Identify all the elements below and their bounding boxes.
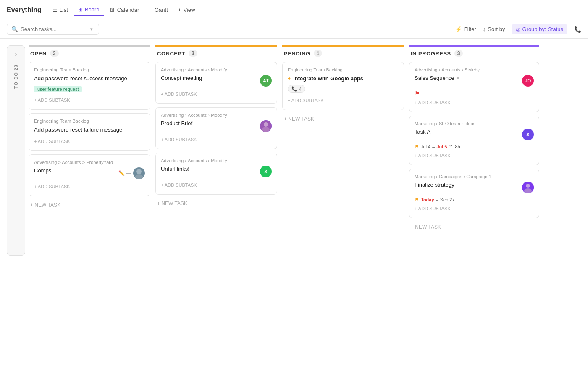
column-body-open: Engineering Team Backlog Add password re…	[29, 62, 150, 211]
card-breadcrumb: Marketing › Campaigns › Campaign 1	[415, 174, 534, 179]
card-concept-2[interactable]: Advertising › Accounts › Moodify Product…	[155, 107, 277, 149]
phone-icon: 📞	[291, 86, 297, 92]
add-subtask-button[interactable]: + ADD SUBTASK	[34, 182, 145, 191]
add-subtask-button[interactable]: + ADD SUBTASK	[34, 137, 145, 145]
card-concept-3[interactable]: Advertising › Accounts › Moodify Unfurl …	[155, 153, 277, 195]
settings-icon-button[interactable]: 📞	[574, 26, 581, 33]
clock-icon: ⏱	[449, 144, 453, 149]
toolbar-right: ⚡ Filter ↕ Sort by ◎ Group by: Status 📞	[455, 24, 581, 34]
card-open-2[interactable]: Engineering Team Backlog Add password re…	[29, 113, 150, 151]
sort-button[interactable]: ↕ Sort by	[483, 26, 505, 32]
board: › TO DO 23 OPEN 3 Engineering Team Backl…	[0, 39, 588, 365]
filter-button[interactable]: ⚡ Filter	[455, 26, 476, 32]
card-breadcrumb: Advertising › Accounts › Moodify	[161, 67, 272, 72]
minus-icon: —	[126, 170, 131, 176]
card-inprogress-3[interactable]: Marketing › Campaigns › Campaign 1 Final…	[409, 169, 539, 218]
card-concept-1[interactable]: Advertising › Accounts › Moodify Concept…	[155, 62, 277, 104]
col-title-inprogress: IN PROGRESS	[411, 50, 451, 57]
add-subtask-button[interactable]: + ADD SUBTASK	[161, 135, 272, 144]
add-subtask-button[interactable]: + ADD SUBTASK	[415, 204, 534, 213]
board-icon: ⊞	[78, 6, 83, 13]
filter-icon: ⚡	[455, 26, 462, 32]
card-title: Add password reset failure message	[34, 126, 145, 134]
svg-point-7	[524, 188, 532, 193]
add-subtask-button[interactable]: + ADD SUBTASK	[415, 151, 534, 160]
card-breadcrumb: Advertising › Accounts › Moodify	[161, 158, 272, 163]
svg-point-1	[135, 174, 143, 179]
new-task-button-open[interactable]: + NEW TASK	[29, 200, 150, 211]
flag-yellow-icon: ⚑	[415, 144, 419, 150]
search-input-wrap[interactable]: 🔍 ▾	[7, 24, 99, 35]
svg-point-0	[136, 169, 142, 174]
gantt-icon: ≡	[149, 7, 152, 13]
column-body-inprogress: Advertising › Accounts › Styleby Sales S…	[409, 62, 539, 232]
card-tag: user feature request	[34, 86, 82, 92]
col-count-concept: 3	[189, 50, 197, 57]
nav-list-label: List	[60, 7, 68, 13]
svg-point-6	[526, 184, 530, 188]
nav-board[interactable]: ⊞ Board	[74, 4, 104, 16]
date-range: ⚑ Jul 4 – Jul 5 ⏱ 8h	[415, 144, 534, 150]
expand-icon: ›	[15, 51, 17, 58]
plus-view-icon: +	[178, 7, 181, 13]
svg-point-3	[264, 122, 268, 127]
new-task-button-pending[interactable]: + NEW TASK	[282, 114, 404, 124]
card-breadcrumb: Advertising › Accounts › Moodify	[161, 113, 272, 118]
card-title-row: ♦ Integrate with Google apps	[288, 75, 399, 82]
card-inprogress-2[interactable]: Marketing › SEO team › Ideas Task A S ⚑ …	[409, 116, 539, 165]
group-button[interactable]: ◎ Group by: Status	[512, 24, 567, 34]
nav-gantt-label: Gantt	[155, 7, 168, 13]
add-subtask-button[interactable]: + ADD SUBTASK	[161, 181, 272, 189]
list-icon-small: ≡	[457, 76, 459, 81]
new-task-button-inprogress[interactable]: + NEW TASK	[409, 222, 539, 232]
search-icon: 🔍	[11, 26, 18, 32]
col-title-open: OPEN	[30, 50, 47, 57]
avatar-img	[260, 120, 272, 132]
search-input[interactable]	[21, 26, 88, 32]
card-breadcrumb: Engineering Team Backlog	[34, 119, 145, 124]
new-task-button-concept[interactable]: + NEW TASK	[155, 198, 277, 209]
card-title-row: Sales Sequence ≡ JO	[415, 75, 534, 87]
flag-yellow-icon: ⚑	[415, 197, 419, 203]
nav-calendar-label: Calendar	[117, 7, 139, 13]
card-open-1[interactable]: Engineering Team Backlog Add password re…	[29, 62, 150, 110]
card-breadcrumb: Advertising > Accounts > PropertyYard	[34, 160, 145, 165]
column-header-inprogress: IN PROGRESS 3	[409, 45, 539, 62]
nav-view-label: View	[183, 7, 195, 13]
add-subtask-button[interactable]: + ADD SUBTASK	[415, 98, 534, 107]
avatar-finalize	[522, 182, 534, 193]
column-header-concept: CONCEPT 3	[155, 45, 277, 62]
card-breadcrumb: Engineering Team Backlog	[34, 67, 145, 72]
add-subtask-button[interactable]: + ADD SUBTASK	[34, 96, 145, 104]
column-body-pending: Engineering Team Backlog ♦ Integrate wit…	[282, 62, 404, 124]
column-concept: CONCEPT 3 Advertising › Accounts › Moodi…	[155, 45, 277, 209]
priority-diamond-icon: ♦	[288, 75, 291, 82]
card-breadcrumb: Advertising › Accounts › Styleby	[415, 67, 534, 72]
nav-gantt[interactable]: ≡ Gantt	[145, 4, 172, 16]
card-inprogress-1[interactable]: Advertising › Accounts › Styleby Sales S…	[409, 62, 539, 112]
nav-list[interactable]: ☰ List	[48, 4, 72, 16]
avatar-at: AT	[260, 75, 272, 87]
edit-icon: ✏️	[118, 170, 125, 176]
flag-red: ⚑	[415, 90, 534, 97]
add-subtask-button[interactable]: + ADD SUBTASK	[288, 96, 399, 105]
column-todo-collapsed[interactable]: › TO DO 23	[7, 45, 25, 256]
nav-calendar[interactable]: 🗓 Calendar	[105, 4, 144, 16]
nav-view[interactable]: + View	[174, 4, 200, 16]
card-title-row: Comps ✏️ —	[34, 167, 145, 179]
app-title: Everything	[7, 6, 42, 14]
card-footer: 📞 4	[288, 85, 399, 93]
add-subtask-button[interactable]: + ADD SUBTASK	[161, 90, 272, 98]
column-inprogress: IN PROGRESS 3 Advertising › Accounts › S…	[409, 45, 539, 232]
card-pending-1[interactable]: Engineering Team Backlog ♦ Integrate wit…	[282, 62, 404, 110]
column-header-pending: PENDING 1	[282, 45, 404, 62]
column-pending: PENDING 1 Engineering Team Backlog ♦ Int…	[282, 45, 404, 124]
column-body-concept: Advertising › Accounts › Moodify Concept…	[155, 62, 277, 209]
sort-icon: ↕	[483, 26, 486, 32]
date-range: ⚑ Today – Sep 27	[415, 197, 534, 203]
avatar-img	[133, 167, 145, 179]
col-title-pending: PENDING	[284, 50, 310, 57]
card-breadcrumb: Engineering Team Backlog	[288, 67, 399, 72]
card-open-3[interactable]: Advertising > Accounts > PropertyYard Co…	[29, 154, 150, 196]
chevron-down-icon: ▾	[90, 26, 93, 32]
